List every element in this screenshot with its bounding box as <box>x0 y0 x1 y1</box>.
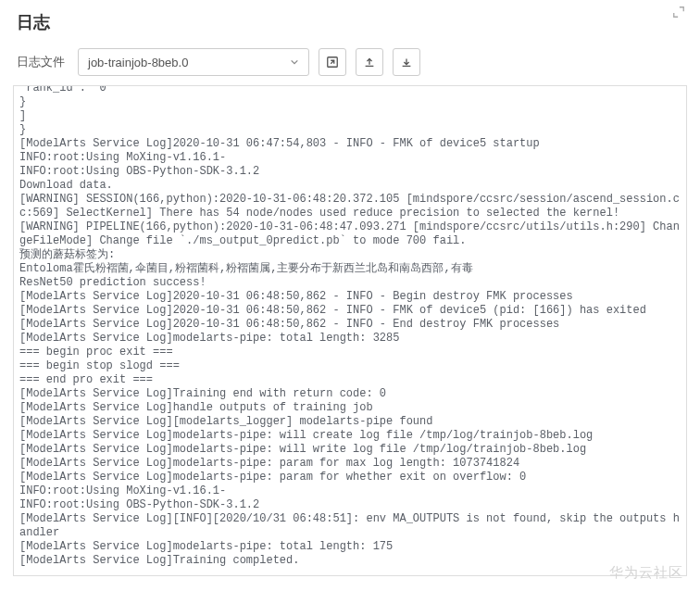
open-external-button[interactable] <box>319 48 346 76</box>
log-line: [ModelArts Service Log]modelarts-pipe: p… <box>19 471 681 484</box>
log-line: INFO:root:Using OBS-Python-SDK-3.1.2 <box>19 498 681 512</box>
log-line: [ModelArts Service Log]modelarts-pipe: w… <box>19 429 681 443</box>
log-line: [ModelArts Service Log]Training complete… <box>19 554 681 568</box>
log-line: [ModelArts Service Log]2020-10-31 06:48:… <box>19 304 681 318</box>
upload-button[interactable] <box>356 48 383 76</box>
log-line: } <box>19 95 681 109</box>
log-line: [ModelArts Service Log]handle outputs of… <box>19 401 681 415</box>
log-line: [ModelArts Service Log][INFO][2020/10/31… <box>19 512 681 540</box>
log-line: [ModelArts Service Log]2020-10-31 06:48:… <box>19 318 681 332</box>
log-line: === begin proc exit === <box>19 346 681 359</box>
log-file-label: 日志文件 <box>17 54 65 70</box>
log-line: "rank_id": "0" <box>19 85 681 95</box>
chevron-down-icon <box>290 56 299 69</box>
log-line: [WARNING] SESSION(166,python):2020-10-31… <box>19 193 681 220</box>
log-line: INFO:root:Using OBS-Python-SDK-3.1.2 <box>19 165 681 179</box>
log-line: [ModelArts Service Log]modelarts-pipe: t… <box>19 332 681 346</box>
page-title: 日志 <box>17 11 683 33</box>
log-line: ResNet50 prediction success! <box>19 276 681 290</box>
log-line: 预测的蘑菇标签为: <box>19 248 681 262</box>
log-line: INFO:root:Using MoXing-v1.16.1- <box>19 484 681 498</box>
log-line: [ModelArts Service Log]modelarts-pipe: t… <box>19 540 681 554</box>
log-line: === end pro exit === <box>19 373 681 387</box>
log-output[interactable]: "device_id": "5","device_ip": "192.2.54.… <box>13 85 687 576</box>
log-line: Download data. <box>19 179 681 193</box>
log-line: [ModelArts Service Log][modelarts_logger… <box>19 415 681 429</box>
log-line: [ModelArts Service Log]2020-10-31 06:47:… <box>19 137 681 151</box>
log-line: [WARNING] PIPELINE(166,python):2020-10-3… <box>19 220 681 248</box>
log-line: [ModelArts Service Log]2020-10-31 06:48:… <box>19 290 681 304</box>
log-file-select[interactable]: job-trainjob-8beb.0 <box>78 48 309 76</box>
log-file-select-value: job-trainjob-8beb.0 <box>88 56 188 69</box>
log-line: } <box>19 123 681 137</box>
log-line: [ModelArts Service Log]modelarts-pipe: p… <box>19 457 681 471</box>
log-line: === begin stop slogd === <box>19 359 681 373</box>
panel-header: 日志 <box>0 0 700 41</box>
download-button[interactable] <box>393 48 420 76</box>
log-line: INFO:root:Using MoXing-v1.16.1- <box>19 151 681 165</box>
log-line: Entoloma霍氏粉褶菌,伞菌目,粉褶菌科,粉褶菌属,主要分布于新西兰北岛和南… <box>19 262 681 276</box>
log-line: [ModelArts Service Log]modelarts-pipe: w… <box>19 443 681 457</box>
collapse-icon[interactable] <box>672 6 685 21</box>
toolbar: 日志文件 job-trainjob-8beb.0 <box>0 41 700 85</box>
log-line: ] <box>19 109 681 123</box>
log-line: [ModelArts Service Log]Training end with… <box>19 387 681 401</box>
